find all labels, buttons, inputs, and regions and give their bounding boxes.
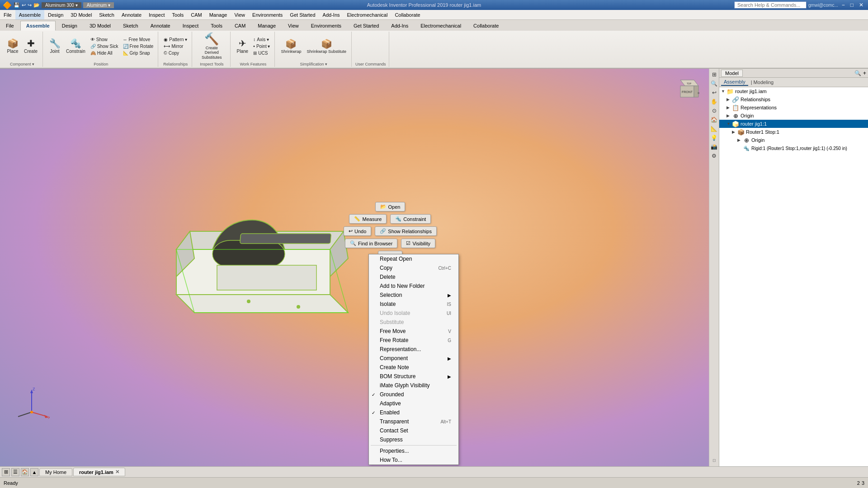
tree-expand-representations[interactable]: ▶ [726,105,732,110]
tree-relationships[interactable]: ▶ 🔗 Relationships [719,95,868,103]
show-button[interactable]: 👁Show [89,36,120,43]
search-input[interactable] [734,1,807,9]
grip-snap-button[interactable]: 📐Grip Snap [121,50,156,56]
shrinkwrap-substitute-button[interactable]: 📦 Shrinkwrap Substitute [304,38,349,55]
tab-my-home[interactable]: My Home [39,468,72,476]
create-derived-button[interactable]: 🔨 Create Derived Substitutes [196,32,227,61]
tree-router1-stop[interactable]: ▶ 📦 Router1 Stop:1 [719,128,868,136]
menu-item-design[interactable]: Design [44,10,67,19]
tab-tools[interactable]: Tools [205,21,228,31]
viewport[interactable]: FRONT TOP R Z X [0,69,719,466]
minimize-button[interactable]: − [840,2,847,8]
tree-expand-origin[interactable]: ▶ [726,113,732,118]
show-sick-button[interactable]: 🔗Show Sick [89,43,120,50]
hide-all-button[interactable]: 🙈Hide All [89,50,120,56]
ctx-delete[interactable]: Delete [369,272,458,282]
menu-item-annotate[interactable]: Annotate [118,10,145,19]
vt-pan-button[interactable]: ✋ [710,98,718,106]
tree-expand-root[interactable]: ▼ [721,89,726,94]
tab-collaborate[interactable]: Collaborate [467,21,505,31]
tab-router-jig[interactable]: router jig1.iam ✕ [73,468,125,476]
quick-access-redo[interactable]: ↪ [28,2,32,8]
menu-item-cam[interactable]: CAM [187,10,205,19]
ctx-bom-structure[interactable]: BOM Structure ▶ [369,372,458,381]
float-open-button[interactable]: 📂 Open [375,202,406,211]
user-account[interactable]: gmwi@comc... [808,3,838,8]
quick-access-save[interactable]: 💾 [14,2,20,8]
ctx-substitute[interactable]: Substitute [369,318,458,327]
ctx-properties[interactable]: Properties... [369,446,458,455]
pattern-button[interactable]: ◉Pattern ▾ [162,36,189,43]
tree-origin[interactable]: ▶ ⊕ Origin [719,112,868,120]
float-find-browser-button[interactable]: 🔍 Find in Browser [345,239,397,248]
constrain-button[interactable]: 🔩 Constrain [64,38,88,55]
tree-router-jig[interactable]: ▼ 📦 router jig1:1 [719,120,868,128]
ctx-adaptive[interactable]: Adaptive [369,399,458,408]
joint-button[interactable]: 🔧 Joint [47,38,63,55]
tree-rigid-constraint[interactable]: ▶ 🔩 Rigid:1 (Router1 Stop:1,router jig1:… [719,144,868,152]
vt-measure-button[interactable]: 📐 [710,125,718,133]
tab-manage[interactable]: Manage [252,21,282,31]
view-cube[interactable]: FRONT TOP R [669,73,705,109]
tab-cam[interactable]: CAM [229,21,251,31]
float-show-relationships-button[interactable]: 🔗 Show Relationships [375,226,437,236]
menu-item-file[interactable]: File [0,10,15,19]
place-button[interactable]: 📦 Place [5,38,21,55]
menu-item-3d-model[interactable]: 3D Model [67,10,95,19]
menu-item-inspect[interactable]: Inspect [145,10,168,19]
ctx-how-to[interactable]: How To... [369,455,458,465]
ucs-button[interactable]: ⊞UCS [251,50,272,56]
create-button[interactable]: ✚ Create [22,38,40,55]
vt-rotate-button[interactable]: ⊙ [710,107,718,115]
float-constraint-button[interactable]: 🔩 Constraint [390,214,431,224]
close-button[interactable]: ✕ [857,2,865,8]
menu-item-view[interactable]: View [231,10,249,19]
tab-3dmodel[interactable]: 3D Model [84,21,117,31]
ctx-suppress[interactable]: Suppress [369,435,458,444]
menu-item-collaborate[interactable]: Collaborate [391,10,424,19]
menu-item-environments[interactable]: Environments [249,10,286,19]
appearance-selector[interactable]: Aluminum ▾ [83,2,114,8]
vt-fit-button[interactable]: ↩ [710,89,718,97]
menu-item-sketch[interactable]: Sketch [95,10,118,19]
tab-close-button[interactable]: ✕ [115,469,119,475]
quick-access-undo[interactable]: ↩ [22,2,26,8]
tab-home-button[interactable]: 🏠 [21,468,29,476]
menu-item-tools[interactable]: Tools [169,10,188,19]
tab-design[interactable]: Design [56,21,83,31]
free-move-button[interactable]: ↔Free Move [121,36,156,43]
maximize-button[interactable]: □ [849,2,855,8]
tab-assemble[interactable]: Assemble [20,21,56,31]
tab-environments[interactable]: Environments [305,21,347,31]
tree-origin-2[interactable]: ▶ ⊕ Origin [719,136,868,144]
copy-ribbon-button[interactable]: ©Copy [162,50,189,56]
float-measure-button[interactable]: 📏 Measure [349,214,387,224]
tab-get-started[interactable]: Get Started [348,21,385,31]
tree-expand-relationships[interactable]: ▶ [726,97,732,102]
ctx-copy[interactable]: Copy Ctrl+C [369,263,458,272]
shrinkwrap-button[interactable]: 📦 Shrinkwrap [278,38,303,55]
ctx-undo-isolate[interactable]: Undo Isolate UI [369,309,458,318]
tree-expand-router1[interactable]: ▶ [732,130,737,134]
tab-addins[interactable]: Add-Ins [385,21,414,31]
vt-lighting-button[interactable]: 💡 [710,134,718,142]
ctx-grounded[interactable]: ✓ Grounded [369,390,458,399]
tree-root[interactable]: ▼ 📁 router jig1.iam [719,87,868,95]
ctx-free-rotate[interactable]: Free Rotate G [369,336,458,345]
tab-expand-button[interactable]: ▲ [30,468,38,476]
ctx-repeat-open[interactable]: Repeat Open [369,254,458,263]
tab-inspect[interactable]: Inspect [177,21,204,31]
free-rotate-ribbon-button[interactable]: 🔄Free Rotate [121,43,156,50]
ctx-add-to-folder[interactable]: Add to New Folder [369,282,458,291]
tab-grid-button[interactable]: ⊞ [2,468,10,476]
vt-home-button[interactable]: 🏠 [710,116,718,124]
vt-snapshot-button[interactable]: 📸 [710,143,718,151]
panel-search-icon[interactable]: 🔍 [854,70,861,76]
tab-view[interactable]: View [282,21,305,31]
menu-item-manage[interactable]: Manage [206,10,231,19]
ctx-contact-set[interactable]: Contact Set [369,426,458,435]
quick-access-open[interactable]: 📂 [33,2,40,8]
tree-expand-origin2[interactable]: ▶ [737,138,743,142]
tab-list-button[interactable]: ☰ [11,468,19,476]
tree-expand-router-jig[interactable]: ▼ [726,122,732,126]
